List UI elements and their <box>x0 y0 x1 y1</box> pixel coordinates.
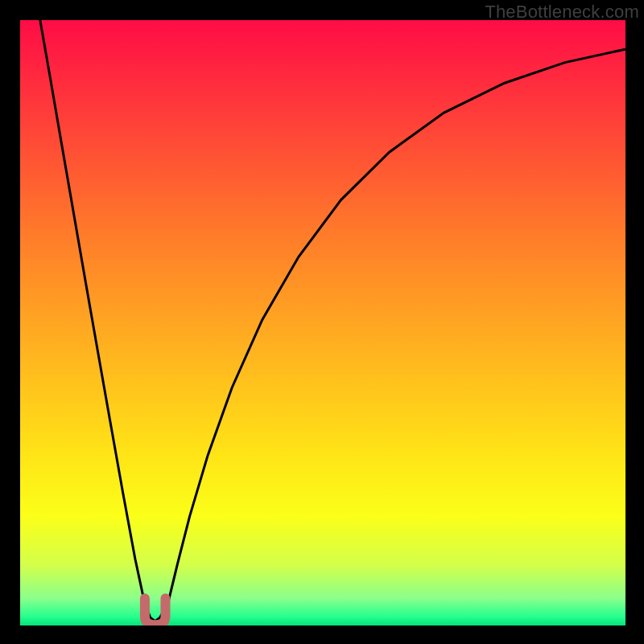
watermark-text: TheBottleneck.com <box>485 2 639 23</box>
bottleneck-chart <box>20 20 625 625</box>
gradient-background <box>20 20 625 625</box>
chart-frame <box>20 20 625 625</box>
